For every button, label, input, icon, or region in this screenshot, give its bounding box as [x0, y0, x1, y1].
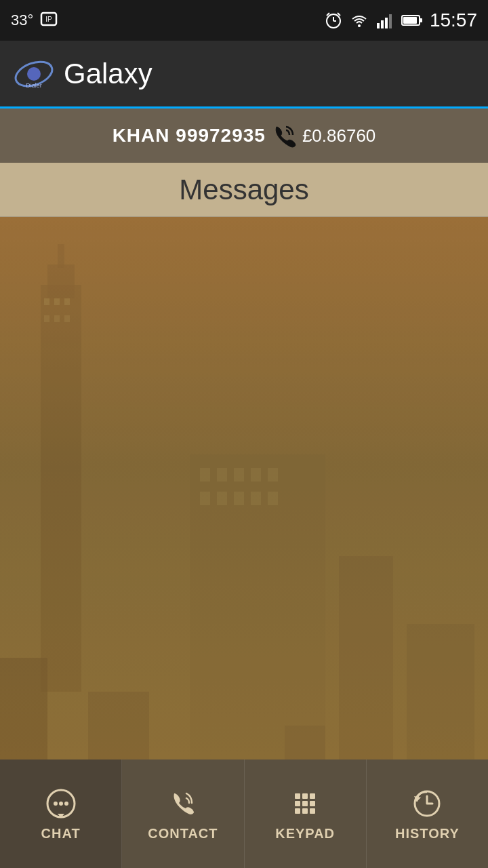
logo-container: Dialer Galaxy — [14, 54, 152, 94]
svg-rect-53 — [302, 801, 308, 806]
svg-rect-11 — [389, 14, 392, 28]
contact-icon — [166, 787, 200, 821]
main-content — [0, 217, 488, 841]
nav-contact[interactable]: CONTACT — [122, 760, 244, 868]
svg-point-47 — [59, 802, 63, 806]
svg-rect-44 — [0, 217, 488, 841]
temperature: 33° — [11, 12, 33, 29]
city-skyline — [0, 217, 488, 841]
svg-rect-9 — [381, 20, 384, 28]
svg-text:IP: IP — [46, 16, 53, 23]
status-left: 33° IP — [11, 10, 59, 31]
svg-rect-50 — [302, 793, 308, 799]
battery-icon — [401, 14, 423, 27]
chat-label: CHAT — [41, 826, 81, 842]
history-label: HISTORY — [395, 826, 460, 842]
nav-history[interactable]: HISTORY — [367, 760, 488, 868]
svg-point-7 — [358, 24, 361, 27]
svg-rect-56 — [302, 808, 308, 814]
status-right: 15:57 — [324, 9, 477, 31]
wifi-icon — [350, 11, 369, 30]
svg-rect-54 — [310, 801, 315, 806]
history-icon — [410, 787, 444, 821]
galaxy-logo-icon: Dialer — [14, 54, 54, 94]
messages-header: Messages — [0, 163, 488, 217]
contact-label: CONTACT — [148, 826, 218, 842]
phone-icon — [271, 123, 297, 149]
svg-text:Dialer: Dialer — [26, 82, 42, 89]
keypad-icon — [288, 787, 322, 821]
svg-point-46 — [54, 802, 58, 806]
account-balance: £0.86760 — [302, 125, 375, 146]
svg-rect-10 — [385, 18, 388, 28]
svg-rect-49 — [295, 793, 300, 799]
svg-rect-51 — [310, 793, 315, 799]
svg-rect-52 — [295, 801, 300, 806]
account-bar[interactable]: KHAN 99972935 £0.86760 — [0, 108, 488, 163]
app-name: Galaxy — [64, 58, 152, 90]
account-name: KHAN 99972935 — [113, 125, 266, 146]
chat-icon — [44, 787, 78, 821]
bottom-nav: CHAT CONTACT KEYPAD — [0, 760, 488, 868]
keypad-label: KEYPAD — [275, 826, 335, 842]
svg-rect-8 — [377, 23, 380, 28]
clock: 15:57 — [430, 9, 477, 31]
svg-rect-55 — [295, 808, 300, 814]
svg-rect-13 — [420, 18, 422, 22]
svg-rect-14 — [403, 17, 417, 24]
svg-rect-57 — [310, 808, 315, 814]
status-bar: 33° IP — [0, 0, 488, 41]
messages-title: Messages — [179, 174, 308, 206]
alarm-icon — [324, 11, 343, 30]
voip-icon: IP — [39, 10, 59, 31]
nav-keypad[interactable]: KEYPAD — [245, 760, 367, 868]
svg-point-48 — [64, 802, 68, 806]
nav-chat[interactable]: CHAT — [0, 760, 122, 868]
app-header: Dialer Galaxy — [0, 41, 488, 108]
svg-point-16 — [27, 67, 41, 81]
signal-icon — [375, 11, 394, 30]
